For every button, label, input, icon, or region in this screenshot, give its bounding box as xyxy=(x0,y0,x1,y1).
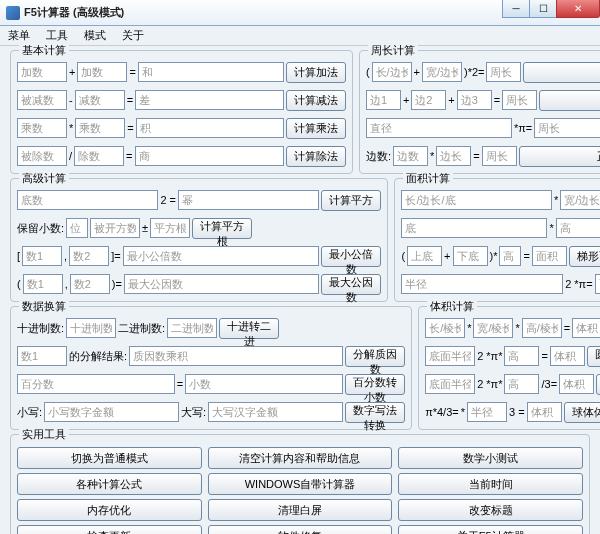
cone-out[interactable] xyxy=(559,374,594,394)
add-b[interactable] xyxy=(77,62,127,82)
poly-perim-button[interactable]: 正多边形周长 xyxy=(519,146,600,167)
tri-area-b[interactable] xyxy=(556,218,600,238)
gcd-out[interactable] xyxy=(124,274,320,294)
add-a[interactable] xyxy=(17,62,67,82)
circ-perim[interactable] xyxy=(534,118,600,138)
sqrt-out[interactable] xyxy=(150,218,190,238)
num-lower[interactable] xyxy=(44,402,179,422)
lcm-a[interactable] xyxy=(22,246,62,266)
box-l[interactable] xyxy=(425,318,465,338)
rect-area-b[interactable] xyxy=(560,190,600,210)
lcm-b[interactable] xyxy=(69,246,109,266)
menu-mode[interactable]: 模式 xyxy=(80,26,110,45)
poly-sides[interactable] xyxy=(393,146,428,166)
div-button[interactable]: 计算除法 xyxy=(286,146,346,167)
rect-perim-button[interactable]: 长/正/平周长 xyxy=(523,62,600,83)
tri-s1[interactable] xyxy=(366,90,401,110)
cyl-r[interactable] xyxy=(425,346,475,366)
trap-h[interactable] xyxy=(499,246,521,266)
lcm-out[interactable] xyxy=(123,246,320,266)
gcd-a[interactable] xyxy=(23,274,63,294)
rect-wid[interactable] xyxy=(422,62,462,82)
sq-result[interactable] xyxy=(178,190,319,210)
num-upper[interactable] xyxy=(208,402,343,422)
menu-about[interactable]: 关于 xyxy=(118,26,148,45)
util-clear[interactable]: 清空计算内容和帮助信息 xyxy=(208,447,393,469)
util-repair[interactable]: 软件修复 xyxy=(208,525,393,534)
util-math-test[interactable]: 数学小测试 xyxy=(398,447,583,469)
rect-perim[interactable] xyxy=(486,62,521,82)
sphere-button[interactable]: 球体体积 xyxy=(564,402,600,423)
factor-out[interactable] xyxy=(129,346,343,366)
trap-a[interactable] xyxy=(407,246,442,266)
box-h[interactable] xyxy=(522,318,562,338)
div-a[interactable] xyxy=(17,146,67,166)
util-memory[interactable]: 内存优化 xyxy=(17,499,202,521)
tri-s3[interactable] xyxy=(457,90,492,110)
bin-out[interactable] xyxy=(167,318,217,338)
sq-base[interactable] xyxy=(17,190,158,210)
sub-b[interactable] xyxy=(75,90,125,110)
sub-result[interactable] xyxy=(135,90,284,110)
cone-button[interactable]: 圆锥体体积 xyxy=(596,374,600,395)
maximize-button[interactable]: ☐ xyxy=(529,0,557,18)
poly-len[interactable] xyxy=(436,146,471,166)
pct-in[interactable] xyxy=(17,374,175,394)
util-windows-calc[interactable]: WINDOWS自带计算器 xyxy=(208,473,393,495)
poly-perim[interactable] xyxy=(482,146,517,166)
add-result[interactable] xyxy=(138,62,284,82)
circ-dia[interactable] xyxy=(366,118,512,138)
circ-r[interactable] xyxy=(401,274,563,294)
tri-area-a[interactable] xyxy=(401,218,547,238)
trap-button[interactable]: 梯形面积 xyxy=(569,246,600,267)
cone-h[interactable] xyxy=(504,374,539,394)
util-time[interactable]: 当前时间 xyxy=(398,473,583,495)
tri-perim-button[interactable]: 三角形周长 xyxy=(539,90,600,111)
sub-button[interactable]: 计算减法 xyxy=(286,90,346,111)
sub-a[interactable] xyxy=(17,90,67,110)
tri-perim[interactable] xyxy=(502,90,537,110)
util-formulas[interactable]: 各种计算公式 xyxy=(17,473,202,495)
mul-a[interactable] xyxy=(17,118,67,138)
mul-button[interactable]: 计算乘法 xyxy=(286,118,346,139)
mul-result[interactable] xyxy=(136,118,284,138)
sqrt-button[interactable]: 计算平方根 xyxy=(192,218,252,239)
cyl-h[interactable] xyxy=(504,346,539,366)
util-check-update[interactable]: 检查更新 xyxy=(17,525,202,534)
box-out[interactable] xyxy=(572,318,600,338)
box-w[interactable] xyxy=(473,318,513,338)
trap-out[interactable] xyxy=(532,246,567,266)
close-button[interactable]: ✕ xyxy=(556,0,600,18)
gcd-b[interactable] xyxy=(70,274,110,294)
cone-r[interactable] xyxy=(425,374,475,394)
mul-b[interactable] xyxy=(75,118,125,138)
div-b[interactable] xyxy=(74,146,124,166)
util-switch-mode[interactable]: 切换为普通模式 xyxy=(17,447,202,469)
numcase-button[interactable]: 数字写法转换 xyxy=(345,402,405,423)
sqrt-dec[interactable] xyxy=(66,218,88,238)
sphere-out[interactable] xyxy=(527,402,562,422)
sqrt-in[interactable] xyxy=(90,218,140,238)
cyl-button[interactable]: 圆柱体体积 xyxy=(587,346,600,367)
lcm-button[interactable]: 最小公倍数 xyxy=(321,246,381,267)
util-about[interactable]: 关于F5计算器 xyxy=(398,525,583,534)
tri-s2[interactable] xyxy=(411,90,446,110)
sq-button[interactable]: 计算平方 xyxy=(321,190,381,211)
add-button[interactable]: 计算加法 xyxy=(286,62,346,83)
cyl-out[interactable] xyxy=(550,346,585,366)
rect-len[interactable] xyxy=(372,62,412,82)
factor-button[interactable]: 分解质因数 xyxy=(345,346,405,367)
dec-in[interactable] xyxy=(66,318,116,338)
div-result[interactable] xyxy=(135,146,284,166)
minimize-button[interactable]: ─ xyxy=(502,0,530,18)
pct-button[interactable]: 百分数转小数 xyxy=(345,374,405,395)
pct-out[interactable] xyxy=(185,374,343,394)
gcd-button[interactable]: 最大公因数 xyxy=(321,274,381,295)
dec2bin-button[interactable]: 十进转二进 xyxy=(219,318,279,339)
trap-b[interactable] xyxy=(453,246,488,266)
sphere-r[interactable] xyxy=(467,402,507,422)
util-change-title[interactable]: 改变标题 xyxy=(398,499,583,521)
circ-area-out[interactable] xyxy=(595,274,600,294)
util-clear-white[interactable]: 清理白屏 xyxy=(208,499,393,521)
rect-area-a[interactable] xyxy=(401,190,552,210)
